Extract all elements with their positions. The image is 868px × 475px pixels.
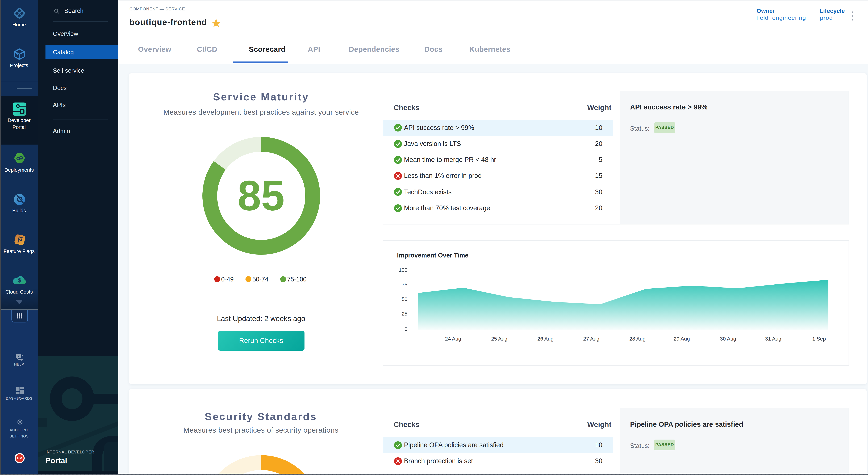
svg-text:$: $ <box>18 277 21 284</box>
svg-text:?: ? <box>18 354 20 358</box>
